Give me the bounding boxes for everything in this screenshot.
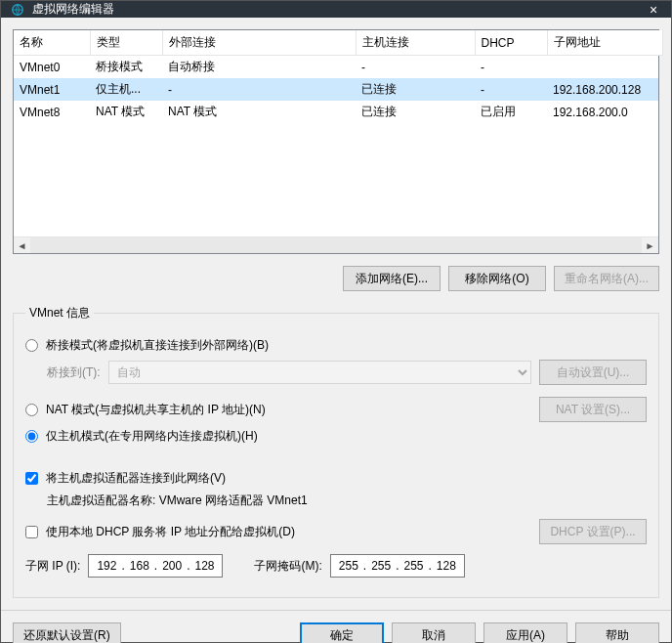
table-row[interactable]: VMnet0桥接模式自动桥接-- xyxy=(14,56,658,78)
vmnet-info-group: VMnet 信息 桥接模式(将虚拟机直接连接到外部网络)(B) 桥接到(T): … xyxy=(13,305,659,598)
column-header[interactable]: 名称 xyxy=(14,30,90,56)
bridged-label[interactable]: 桥接模式(将虚拟机直接连接到外部网络)(B) xyxy=(46,337,269,354)
scroll-right-icon[interactable]: ► xyxy=(642,237,658,253)
help-button[interactable]: 帮助 xyxy=(575,622,659,643)
apply-button[interactable]: 应用(A) xyxy=(483,622,567,643)
nat-label[interactable]: NAT 模式(与虚拟机共享主机的 IP 地址)(N) xyxy=(46,402,266,418)
add-network-button[interactable]: 添加网络(E)... xyxy=(343,266,441,291)
mask-octet-4[interactable] xyxy=(433,559,460,573)
network-table: 名称类型外部连接主机连接DHCP子网地址 VMnet0桥接模式自动桥接--VMn… xyxy=(13,29,659,254)
mask-octet-1[interactable] xyxy=(335,559,362,573)
ip-octet-4[interactable] xyxy=(190,559,218,573)
dhcp-settings-button[interactable]: DHCP 设置(P)... xyxy=(539,519,647,544)
nat-radio[interactable] xyxy=(25,404,38,416)
table-row[interactable]: VMnet8NAT 模式NAT 模式已连接已启用192.168.200.0 xyxy=(14,101,658,123)
mask-octet-2[interactable] xyxy=(367,559,395,573)
table-row[interactable]: VMnet1仅主机...-已连接-192.168.200.128 xyxy=(14,78,658,101)
hostonly-label[interactable]: 仅主机模式(在专用网络内连接虚拟机)(H) xyxy=(46,428,258,445)
virtual-network-editor-window: 虚拟网络编辑器 × 名称类型外部连接主机连接DHCP子网地址 VMnet0桥接模… xyxy=(0,0,672,643)
host-adapter-name: 主机虚拟适配器名称: VMware 网络适配器 VMnet1 xyxy=(47,493,647,509)
column-header[interactable]: 主机连接 xyxy=(356,30,475,56)
use-dhcp-label[interactable]: 使用本地 DHCP 服务将 IP 地址分配给虚拟机(D) xyxy=(46,524,295,540)
bridge-to-label: 桥接到(T): xyxy=(47,364,101,381)
column-header[interactable]: DHCP xyxy=(475,30,547,56)
rename-network-button[interactable]: 重命名网络(A)... xyxy=(554,266,659,291)
cancel-button[interactable]: 取消 xyxy=(392,622,476,643)
scroll-track[interactable] xyxy=(30,237,642,253)
horizontal-scrollbar[interactable]: ◄ ► xyxy=(14,236,658,253)
subnet-mask-field[interactable]: . . . xyxy=(330,554,465,578)
column-header[interactable]: 子网地址 xyxy=(547,30,662,56)
remove-network-button[interactable]: 移除网络(O) xyxy=(448,266,546,291)
mask-octet-3[interactable] xyxy=(400,559,428,573)
auto-settings-button[interactable]: 自动设置(U)... xyxy=(539,360,647,385)
vmnet-info-legend: VMnet 信息 xyxy=(25,305,94,322)
footer: 还原默认设置(R) 确定 取消 应用(A) 帮助 xyxy=(1,610,671,643)
connect-host-adapter-checkbox[interactable] xyxy=(25,472,38,485)
bridge-to-select[interactable]: 自动 xyxy=(108,361,531,384)
use-dhcp-checkbox[interactable] xyxy=(25,526,38,538)
connect-host-adapter-label[interactable]: 将主机虚拟适配器连接到此网络(V) xyxy=(46,470,226,487)
ip-octet-1[interactable] xyxy=(93,559,120,573)
window-title: 虚拟网络编辑器 xyxy=(32,1,646,18)
scroll-left-icon[interactable]: ◄ xyxy=(14,237,30,253)
bridged-radio[interactable] xyxy=(25,339,38,352)
ip-octet-2[interactable] xyxy=(126,559,153,573)
column-header[interactable]: 外部连接 xyxy=(162,30,356,56)
ok-button[interactable]: 确定 xyxy=(300,622,384,643)
titlebar[interactable]: 虚拟网络编辑器 × xyxy=(1,1,671,18)
nat-settings-button[interactable]: NAT 设置(S)... xyxy=(539,397,647,422)
column-header[interactable]: 类型 xyxy=(90,30,162,56)
app-icon xyxy=(11,3,24,17)
close-icon[interactable]: × xyxy=(646,2,661,18)
network-buttons: 添加网络(E)... 移除网络(O) 重命名网络(A)... xyxy=(13,266,659,291)
ip-octet-3[interactable] xyxy=(158,559,186,573)
subnet-mask-label: 子网掩码(M): xyxy=(254,558,321,575)
body: 名称类型外部连接主机连接DHCP子网地址 VMnet0桥接模式自动桥接--VMn… xyxy=(1,18,671,610)
subnet-ip-field[interactable]: . . . xyxy=(88,554,223,578)
hostonly-radio[interactable] xyxy=(25,430,38,443)
restore-defaults-button[interactable]: 还原默认设置(R) xyxy=(13,622,121,643)
subnet-ip-label: 子网 IP (I): xyxy=(25,558,80,575)
